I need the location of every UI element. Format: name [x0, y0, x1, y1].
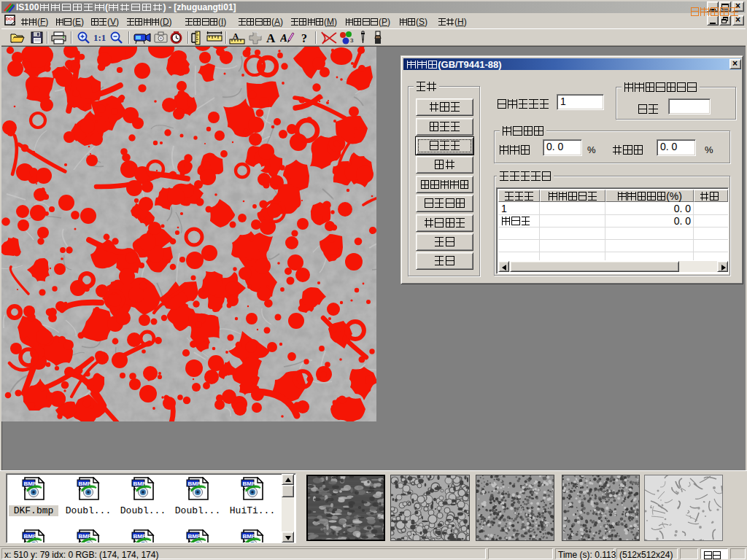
svg-text:A: A	[233, 31, 239, 40]
svg-text:A: A	[280, 32, 287, 44]
svg-text:?: ?	[301, 32, 307, 44]
svg-text:A: A	[266, 31, 276, 45]
svg-text:3: 3	[350, 37, 354, 44]
svg-text:DOC: DOC	[6, 17, 16, 21]
svg-text:1:1: 1:1	[93, 32, 106, 43]
